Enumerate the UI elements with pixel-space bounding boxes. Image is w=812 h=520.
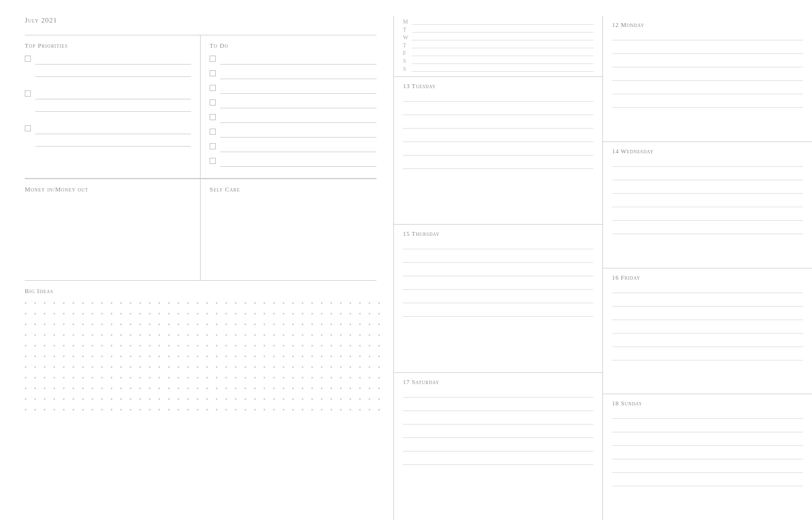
dot <box>273 345 275 346</box>
dot <box>292 366 294 368</box>
dot <box>53 409 55 410</box>
dot <box>350 366 351 368</box>
dot-row <box>25 334 376 336</box>
priority-checkbox-2[interactable] <box>25 90 31 97</box>
dot <box>216 387 217 389</box>
dot <box>197 377 198 378</box>
dot <box>225 366 227 368</box>
day-line <box>612 100 803 108</box>
day-line <box>403 282 593 290</box>
dot <box>158 377 160 378</box>
day-line <box>403 403 593 411</box>
dot <box>111 334 112 336</box>
dot <box>292 302 294 304</box>
dot <box>178 377 179 378</box>
dot <box>350 409 351 410</box>
todo-checkbox-1[interactable] <box>210 56 216 62</box>
dot <box>254 387 256 389</box>
day-line <box>612 159 803 167</box>
todo-checkbox-3[interactable] <box>210 85 216 91</box>
day-line <box>403 417 593 425</box>
dot <box>72 355 74 357</box>
dot <box>149 355 151 357</box>
dot <box>101 355 103 357</box>
day-lines-12 <box>612 33 803 137</box>
day-lines-15 <box>403 241 593 367</box>
priority-checkbox-3[interactable] <box>25 125 31 131</box>
dot <box>44 409 46 410</box>
dot <box>101 398 103 400</box>
day-block-16: 16 Friday <box>603 268 812 395</box>
priority-line <box>35 54 191 65</box>
day-line <box>612 451 803 459</box>
dot <box>25 345 26 346</box>
day-lines-13 <box>403 94 593 220</box>
dot <box>120 313 122 314</box>
dot <box>235 302 237 304</box>
dot <box>187 355 189 357</box>
day-lines-14 <box>612 159 803 263</box>
dot <box>139 409 141 410</box>
dot <box>302 302 303 304</box>
dot <box>321 387 323 389</box>
dot <box>158 366 160 368</box>
dot <box>120 387 122 389</box>
dot <box>311 313 313 314</box>
priority-line <box>35 89 191 99</box>
dot <box>139 377 141 378</box>
dot <box>340 355 342 357</box>
dot-row <box>25 323 376 325</box>
day-line <box>403 161 593 169</box>
todo-checkbox-8[interactable] <box>210 158 216 164</box>
dot <box>254 345 256 346</box>
dot <box>168 345 170 346</box>
dot <box>72 366 74 368</box>
week-day-line <box>412 42 593 48</box>
dot <box>216 323 217 325</box>
dot <box>273 398 275 400</box>
todo-checkbox-4[interactable] <box>210 99 216 106</box>
dot <box>158 313 160 314</box>
day-line <box>612 478 803 486</box>
dot <box>311 302 313 304</box>
money-title: Money in/Money out <box>25 186 191 193</box>
dot <box>330 355 332 357</box>
day-line <box>612 425 803 432</box>
day-line <box>403 107 593 115</box>
dot <box>206 313 208 314</box>
dot <box>25 323 26 325</box>
dot <box>92 366 93 368</box>
dot <box>197 313 198 314</box>
dot <box>225 323 227 325</box>
dot <box>187 334 189 336</box>
dot <box>378 323 380 325</box>
todo-checkbox-7[interactable] <box>210 143 216 149</box>
dot <box>139 355 141 357</box>
dot <box>350 345 351 346</box>
dot <box>82 398 84 400</box>
day-line <box>403 241 593 249</box>
dot <box>235 345 237 346</box>
calendar-col-right: 12 Monday 14 Wednesday <box>603 16 812 520</box>
dot <box>273 377 275 378</box>
priority-checkbox-1[interactable] <box>25 56 31 62</box>
dot <box>369 355 370 357</box>
week-day-line <box>412 18 593 25</box>
dot <box>254 409 256 410</box>
dot <box>235 377 237 378</box>
dot <box>44 387 46 389</box>
dot-row <box>25 345 376 346</box>
dot <box>139 387 141 389</box>
todo-checkbox-2[interactable] <box>210 70 216 76</box>
dot <box>206 387 208 389</box>
dot <box>225 355 227 357</box>
dot <box>158 355 160 357</box>
dot <box>206 377 208 378</box>
dot <box>92 323 93 325</box>
dot <box>158 345 160 346</box>
todo-checkbox-5[interactable] <box>210 114 216 120</box>
todo-checkbox-6[interactable] <box>210 129 216 135</box>
dot <box>321 355 323 357</box>
dot <box>244 323 246 325</box>
dot <box>359 345 361 346</box>
